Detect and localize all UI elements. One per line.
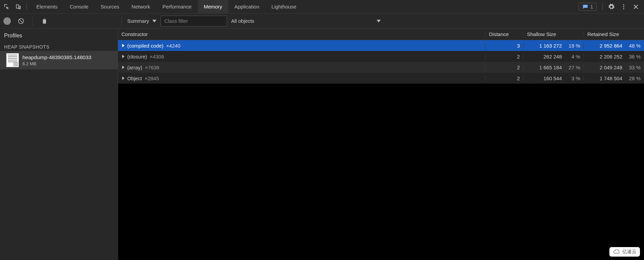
constructor-name: (compiled code)	[127, 43, 164, 49]
col-constructor[interactable]: Constructor	[118, 31, 485, 37]
view-select-label: Summary	[127, 18, 149, 24]
cell-distance: 2	[485, 75, 523, 81]
snapshot-size: 6.2 MB	[22, 61, 91, 66]
cloud-icon	[613, 249, 620, 254]
gear-icon[interactable]	[608, 3, 615, 10]
constructor-name: (array)	[127, 65, 142, 70]
table-body: (compiled code)×424031 163 27219 %2 952 …	[118, 40, 644, 84]
constructors-table: Constructor Distance Shallow Size Retain…	[118, 29, 644, 260]
tab-elements[interactable]: Elements	[30, 0, 64, 13]
issues-count: 1	[590, 4, 593, 10]
profiles-sidebar: Profiles HEAP SNAPSHOTS heapdump-4839038…	[0, 29, 118, 260]
clear-icon[interactable]	[18, 18, 24, 24]
cell-shallow: 1 163 27219 %	[523, 43, 584, 49]
expand-icon[interactable]	[122, 76, 125, 80]
col-retained-size[interactable]: Retained Size	[584, 31, 644, 37]
table-row[interactable]: (compiled code)×424031 163 27219 %2 952 …	[118, 40, 644, 51]
divider	[26, 3, 27, 11]
tab-lighthouse[interactable]: Lighthouse	[265, 0, 302, 13]
watermark-text: 亿速云	[622, 249, 637, 255]
constructor-count: ×2845	[145, 75, 159, 81]
chevron-down-icon	[377, 20, 381, 22]
svg-point-1	[623, 6, 624, 7]
constructor-count: ×7638	[145, 65, 159, 70]
cell-retained: 2 206 25236 %	[584, 54, 644, 59]
tab-sources[interactable]: Sources	[95, 0, 126, 13]
issues-badge[interactable]: 1	[579, 3, 597, 11]
cell-constructor: Object×2845	[118, 75, 485, 81]
constructor-name: Object	[127, 75, 142, 81]
cell-constructor: (array)×7638	[118, 65, 485, 70]
view-select[interactable]: Summary	[123, 18, 160, 24]
separator	[121, 17, 122, 25]
snapshot-file-icon	[6, 53, 19, 67]
chevron-down-icon	[152, 20, 156, 22]
table-row[interactable]: Object×28452160 5443 %1 748 50428 %	[118, 73, 644, 84]
snapshot-name: heapdump-48390385.148033	[22, 54, 91, 60]
memory-toolbar: Summary All objects	[0, 14, 644, 29]
trash-icon[interactable]	[41, 18, 48, 24]
svg-point-0	[623, 4, 624, 5]
table-header: Constructor Distance Shallow Size Retain…	[118, 29, 644, 40]
inspect-icon[interactable]	[3, 3, 10, 10]
expand-icon[interactable]	[122, 44, 125, 47]
cell-shallow: 262 2484 %	[523, 54, 584, 59]
cell-retained: 2 049 24833 %	[584, 65, 644, 70]
cell-distance: 2	[485, 65, 523, 70]
svg-point-2	[623, 8, 624, 9]
devtools-tabbar: ElementsConsoleSourcesNetworkPerformance…	[0, 0, 644, 14]
close-icon[interactable]	[632, 3, 639, 10]
cell-shallow: 160 5443 %	[523, 75, 584, 81]
cell-retained: 2 952 86448 %	[584, 43, 644, 49]
cell-constructor: (closure)×4306	[118, 54, 485, 59]
constructor-count: ×4240	[166, 43, 181, 49]
table-row[interactable]: (closure)×43062262 2484 %2 206 25236 %	[118, 51, 644, 62]
toolbar-left	[2, 17, 120, 25]
divider	[602, 3, 603, 11]
cell-retained: 1 748 50428 %	[584, 75, 644, 81]
expand-icon[interactable]	[122, 55, 125, 58]
cell-distance: 3	[485, 43, 523, 49]
tabbar-right-icons: 1	[574, 3, 644, 11]
tab-performance[interactable]: Performance	[156, 0, 198, 13]
tabbar-left-icons	[0, 3, 30, 11]
watermark: 亿速云	[609, 247, 640, 257]
snapshot-meta: heapdump-48390385.148033 6.2 MB	[22, 54, 91, 66]
snapshot-item[interactable]: heapdump-48390385.148033 6.2 MB	[0, 51, 118, 69]
cell-constructor: (compiled code)×4240	[118, 43, 485, 49]
table-row[interactable]: (array)×763821 665 18427 %2 049 24833 %	[118, 62, 644, 73]
kebab-menu-icon[interactable]	[620, 3, 627, 10]
scope-select-label: All objects	[231, 18, 254, 24]
expand-icon[interactable]	[122, 66, 125, 69]
col-distance[interactable]: Distance	[485, 31, 523, 37]
heap-snapshots-header: HEAP SNAPSHOTS	[0, 43, 118, 51]
message-icon	[582, 4, 588, 10]
cell-distance: 2	[485, 54, 523, 59]
tab-network[interactable]: Network	[126, 0, 156, 13]
col-shallow-size[interactable]: Shallow Size	[523, 31, 584, 37]
scope-select[interactable]: All objects	[227, 18, 380, 24]
tab-application[interactable]: Application	[228, 0, 265, 13]
class-filter-input[interactable]	[160, 16, 227, 27]
tabs-container: ElementsConsoleSourcesNetworkPerformance…	[30, 0, 574, 13]
constructor-name: (closure)	[127, 54, 147, 59]
device-toggle-icon[interactable]	[15, 3, 22, 10]
constructor-count: ×4306	[150, 54, 164, 59]
tab-console[interactable]: Console	[64, 0, 95, 13]
profiles-header: Profiles	[0, 32, 118, 43]
separator	[33, 17, 33, 25]
main-area: Profiles HEAP SNAPSHOTS heapdump-4839038…	[0, 29, 644, 260]
record-button[interactable]	[3, 17, 11, 25]
tab-memory[interactable]: Memory	[198, 0, 228, 13]
cell-shallow: 1 665 18427 %	[523, 65, 584, 70]
